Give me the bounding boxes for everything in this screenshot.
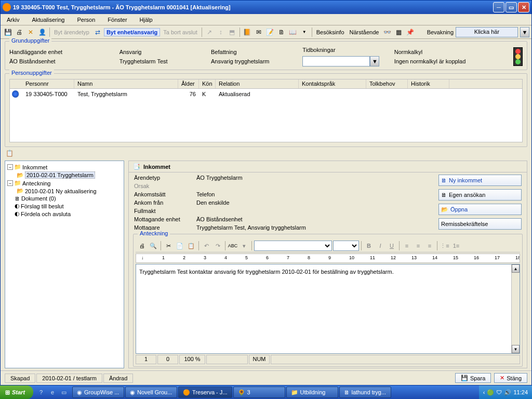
narstaende-button[interactable]: Närstående <box>348 29 381 35</box>
ankomstsatt-label: Ankomstsätt <box>134 191 191 197</box>
rte-underline-icon[interactable]: U <box>387 241 397 251</box>
cell-relation: Aktualiserad <box>216 90 299 98</box>
rte-align-center-icon[interactable]: ≡ <box>413 241 423 251</box>
ql-ie-icon[interactable]: e <box>48 388 57 397</box>
dropdown-icon[interactable]: ▼ <box>299 27 310 37</box>
col-kon[interactable]: Kön <box>199 79 216 88</box>
rte-cut-icon[interactable]: ✂ <box>163 241 174 251</box>
menu-arkiv[interactable]: Arkiv <box>4 16 22 24</box>
tree-inkommet[interactable]: − 📁 Inkommet <box>7 163 122 171</box>
rte-redo-icon[interactable]: ↷ <box>212 241 223 251</box>
pin-icon[interactable]: 📌 <box>405 27 415 37</box>
menu-person[interactable]: Person <box>74 16 98 24</box>
tidbokningar-dropdown-icon[interactable]: ▼ <box>370 56 379 66</box>
rte-paste-icon[interactable]: 📋 <box>186 241 196 251</box>
task-groupwise[interactable]: ◉GroupWise ... <box>72 387 124 398</box>
rte-font-select[interactable] <box>254 241 332 251</box>
rte-preview-icon[interactable]: 🔍 <box>148 241 158 251</box>
maximize-button[interactable]: ▭ <box>506 2 517 12</box>
note-icon[interactable]: 📝 <box>265 27 275 37</box>
save-icon[interactable]: 💾 <box>3 27 13 37</box>
tree-inkommet-item[interactable]: 📂 2010-02-01 Trygghetslarm <box>7 171 122 179</box>
bevakning-dropdown-icon[interactable]: ▼ <box>520 27 529 37</box>
scroll-up-icon[interactable]: ▲ <box>512 264 520 273</box>
bevakning-select[interactable]: Klicka här <box>456 27 518 37</box>
swap-icon[interactable]: ⇄ <box>92 27 103 37</box>
menu-aktualisering[interactable]: Aktualisering <box>29 16 68 24</box>
grid-icon[interactable]: ▦ <box>393 27 404 37</box>
tool-icon-2[interactable]: ↕ <box>216 27 226 37</box>
col-tolk[interactable]: Tolkbehov <box>366 79 408 88</box>
scroll-down-icon[interactable]: ▼ <box>512 345 520 353</box>
rte-undo-icon[interactable]: ↶ <box>201 241 211 251</box>
rte-size-select[interactable] <box>333 241 359 251</box>
menu-fonster[interactable]: Fönster <box>104 16 130 24</box>
ny-inkommet-button[interactable]: 🗎Ny inkommet <box>438 175 522 186</box>
clipboard-icon[interactable]: 📋 <box>5 149 14 157</box>
tree-forslag[interactable]: ◐ Förslag till beslut <box>7 202 122 210</box>
clock[interactable]: 11:24 <box>513 389 528 395</box>
delete-icon[interactable]: ✕ <box>25 27 36 37</box>
print-icon[interactable]: 🖨 <box>14 27 24 37</box>
rte-italic-icon[interactable]: I <box>375 241 385 251</box>
glasses-icon[interactable]: 👓 <box>382 27 392 37</box>
task-utbildning[interactable]: 📁Utbildning <box>286 387 338 398</box>
rte-align-left-icon[interactable]: ≡ <box>402 241 412 251</box>
spara-button[interactable]: 💾Spara <box>455 373 491 383</box>
cell-namn: Test, Trygghetslarm <box>74 90 178 98</box>
person-legend: Personuppgifter <box>9 70 54 76</box>
remiss-button[interactable]: Remissbekräftelse <box>438 218 522 230</box>
menu-hjalp[interactable]: Hjälp <box>137 16 156 24</box>
tree-fordela[interactable]: ◐ Fördela och avsluta <box>7 210 122 218</box>
task-3[interactable]: 🌻3 <box>233 387 285 398</box>
table-row[interactable]: 19 330405-T000 Test, Trygghetslarm 76 K … <box>10 89 522 99</box>
tool-icon-1[interactable]: ↗ <box>204 27 215 37</box>
collapse-icon[interactable]: − <box>7 180 13 186</box>
col-historik[interactable]: Historik <box>408 79 449 88</box>
task-lathund[interactable]: 🗎lathund tryg... <box>339 387 391 398</box>
minimize-button[interactable]: ─ <box>493 2 504 12</box>
rte-numbers-icon[interactable]: 1≡ <box>451 241 461 251</box>
tree-dokument[interactable]: 🗎 Dokument (0) <box>7 195 122 202</box>
byt-enhet-button[interactable]: Byt enhet/ansvarig <box>104 28 160 36</box>
oppna-button[interactable]: 📂Öppna <box>438 204 522 215</box>
rte-align-right-icon[interactable]: ≡ <box>424 241 435 251</box>
tool-icon-3[interactable]: ⬒ <box>227 27 237 37</box>
col-relation[interactable]: Relation <box>216 79 299 88</box>
collapse-icon[interactable]: − <box>7 164 13 170</box>
task-novell[interactable]: ◉Novell Grou... <box>125 387 177 398</box>
tree-anteckning-item[interactable]: 📂 2010-02-01 Ny aktualisering <box>7 187 122 195</box>
rte-more-icon[interactable]: ▾ <box>239 241 249 251</box>
rte-print-icon[interactable]: 🖨 <box>137 241 147 251</box>
col-namn[interactable]: Namn <box>74 79 178 88</box>
doc-icon[interactable]: 🗎 <box>276 27 287 37</box>
tray-icon-3[interactable]: 🔊 <box>504 389 511 396</box>
col-alder[interactable]: Ålder <box>178 79 199 88</box>
rte-bullets-icon[interactable]: ⋮≡ <box>440 241 450 251</box>
egen-ansokan-button[interactable]: 🗎Egen ansökan <box>438 189 522 201</box>
stang-button[interactable]: ✕Stäng <box>494 373 527 383</box>
tray-icon-1[interactable]: 🟢 <box>487 389 494 396</box>
rte-copy-icon[interactable]: 📄 <box>175 241 185 251</box>
person-icon[interactable]: 👤 <box>37 27 47 37</box>
rte-spell-icon[interactable]: ABC <box>228 241 238 251</box>
ql-desktop-icon[interactable]: ▭ <box>59 388 69 397</box>
manual-icon[interactable]: 📖 <box>288 27 298 37</box>
rte-bold-icon[interactable]: B <box>364 241 374 251</box>
tree-anteckning[interactable]: − 📁 Anteckning <box>7 179 122 187</box>
ql-help-icon[interactable]: ? <box>36 388 46 397</box>
col-kontakt[interactable]: Kontaktspråk <box>299 79 366 88</box>
start-button[interactable]: ⊞ Start <box>0 385 33 399</box>
task-treserva[interactable]: 🟠Treserva - J... <box>178 387 232 398</box>
close-button[interactable]: ✕ <box>518 2 529 12</box>
tray-expand-icon[interactable]: ‹ <box>483 389 485 395</box>
panel-header: 📑 Inkommet <box>129 161 527 172</box>
tidbokningar-select[interactable] <box>302 56 370 66</box>
mail-icon[interactable]: ✉ <box>254 27 264 37</box>
tray-icon-2[interactable]: 🛡 <box>496 389 502 395</box>
besoksinfo-button[interactable]: Besöksinfo <box>314 29 347 35</box>
col-personnr[interactable]: Personnr <box>22 79 74 88</box>
scrollbar[interactable]: ▲ ▼ <box>511 264 520 353</box>
editor[interactable]: Trygghetslarm Test kontaktar ansvarig fö… <box>136 264 520 354</box>
book-icon[interactable]: 📙 <box>242 27 252 37</box>
